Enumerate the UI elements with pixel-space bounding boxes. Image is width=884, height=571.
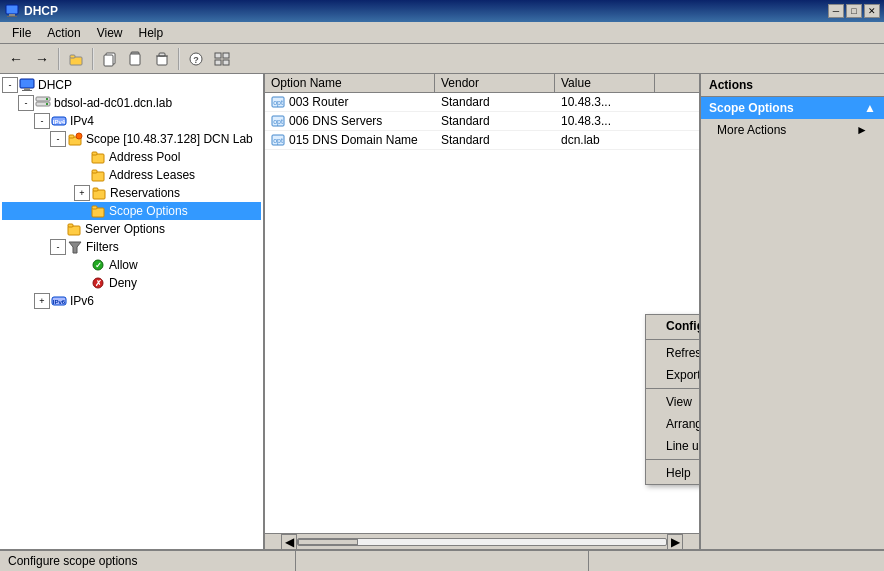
- actions-collapse-icon[interactable]: ▲: [864, 101, 876, 115]
- tree-item-server-options[interactable]: Server Options: [2, 220, 261, 238]
- row2-name: opt 006 DNS Servers: [265, 112, 435, 130]
- tree-toggle-filters[interactable]: -: [50, 239, 66, 255]
- status-text-section: Configure scope options: [4, 551, 296, 571]
- title-controls[interactable]: ─ □ ✕: [828, 4, 880, 18]
- toolbar: ← → ?: [0, 44, 884, 74]
- tree-label-dhcp: DHCP: [38, 78, 72, 92]
- list-row[interactable]: opt 003 Router Standard 10.48.3...: [265, 93, 699, 112]
- h-scrollbar[interactable]: ◀ ▶: [265, 533, 699, 549]
- svg-rect-18: [20, 79, 34, 88]
- tree-toggle-ipv6[interactable]: +: [34, 293, 50, 309]
- tree-toggle-server[interactable]: -: [18, 95, 34, 111]
- tree-toggle-reservations[interactable]: +: [74, 185, 90, 201]
- minimize-button[interactable]: ─: [828, 4, 844, 18]
- svg-rect-9: [157, 56, 167, 65]
- ctx-configure-options[interactable]: Configure Options...: [646, 315, 699, 337]
- help-button[interactable]: ?: [184, 47, 208, 71]
- tree-item-filters[interactable]: - Filters: [2, 238, 261, 256]
- scope-options-icon: [90, 203, 106, 219]
- ctx-separator-3: [646, 459, 699, 460]
- tree-label-address-leases: Address Leases: [109, 168, 195, 182]
- svg-rect-15: [223, 53, 229, 58]
- tree-panel[interactable]: - DHCP - bdsol-ad-: [0, 74, 265, 549]
- address-pool-icon: [90, 149, 106, 165]
- close-button[interactable]: ✕: [864, 4, 880, 18]
- ctx-arrange-icons[interactable]: Arrange Icons ►: [646, 413, 699, 435]
- menu-file[interactable]: File: [4, 24, 39, 42]
- svg-point-29: [76, 133, 82, 139]
- delete-button[interactable]: [150, 47, 174, 71]
- menu-bar: File Action View Help: [0, 22, 884, 44]
- tree-item-deny[interactable]: ✗ Deny: [2, 274, 261, 292]
- tree-toggle-scope[interactable]: -: [50, 131, 66, 147]
- row2-vendor: Standard: [435, 112, 555, 130]
- menu-help[interactable]: Help: [131, 24, 172, 42]
- ctx-view[interactable]: View ►: [646, 391, 699, 413]
- more-actions-label: More Actions: [717, 123, 786, 137]
- copy-button[interactable]: [98, 47, 122, 71]
- actions-more-actions[interactable]: More Actions ►: [701, 119, 884, 141]
- ipv6-icon: IPv6: [51, 293, 67, 309]
- scroll-right-btn[interactable]: ▶: [667, 534, 683, 550]
- list-panel[interactable]: Option Name Vendor Value opt 003 Router …: [265, 74, 699, 549]
- filters-icon: [67, 239, 83, 255]
- ctx-lineup-icons[interactable]: Line up Icons: [646, 435, 699, 457]
- paste-button[interactable]: [124, 47, 148, 71]
- list-header: Option Name Vendor Value: [265, 74, 699, 93]
- svg-rect-19: [24, 88, 30, 90]
- tree-label-address-pool: Address Pool: [109, 150, 180, 164]
- menu-action[interactable]: Action: [39, 24, 88, 42]
- list-row[interactable]: opt 015 DNS Domain Name Standard dcn.lab: [265, 131, 699, 150]
- tree-item-scope-options[interactable]: Scope Options: [2, 202, 261, 220]
- menu-view[interactable]: View: [89, 24, 131, 42]
- up-button[interactable]: [64, 47, 88, 71]
- address-leases-icon: [90, 167, 106, 183]
- svg-rect-37: [92, 206, 97, 209]
- svg-text:IPv4: IPv4: [53, 119, 66, 125]
- view-button[interactable]: [210, 47, 234, 71]
- tree-item-allow[interactable]: ✓ Allow: [2, 256, 261, 274]
- ctx-help[interactable]: Help: [646, 462, 699, 484]
- context-menu: Configure Options... Refresh Export List…: [645, 314, 699, 485]
- tree-toggle-ipv4[interactable]: -: [34, 113, 50, 129]
- ctx-export-list[interactable]: Export List...: [646, 364, 699, 386]
- col-header-value[interactable]: Value: [555, 74, 655, 92]
- svg-point-23: [46, 98, 48, 100]
- tree-label-ipv6: IPv6: [70, 294, 94, 308]
- row3-name: opt 015 DNS Domain Name: [265, 131, 435, 149]
- tree-label-ipv4: IPv4: [70, 114, 94, 128]
- title-bar-left: DHCP: [4, 3, 58, 19]
- ipv4-icon: IPv4: [51, 113, 67, 129]
- tree-toggle-dhcp[interactable]: -: [2, 77, 18, 93]
- tree-item-dhcp[interactable]: - DHCP: [2, 76, 261, 94]
- row2-value: 10.48.3...: [555, 112, 655, 130]
- reservations-icon: [91, 185, 107, 201]
- col-header-name[interactable]: Option Name: [265, 74, 435, 92]
- tree-item-ipv6[interactable]: + IPv6 IPv6: [2, 292, 261, 310]
- svg-text:opt: opt: [273, 118, 283, 126]
- ctx-refresh[interactable]: Refresh: [646, 342, 699, 364]
- row3-vendor: Standard: [435, 131, 555, 149]
- app-icon: [4, 3, 20, 19]
- tree-item-address-pool[interactable]: Address Pool: [2, 148, 261, 166]
- svg-rect-2: [7, 16, 17, 17]
- svg-rect-17: [223, 60, 229, 65]
- status-section-3: [589, 551, 880, 571]
- maximize-button[interactable]: □: [846, 4, 862, 18]
- tree-item-reservations[interactable]: + Reservations: [2, 184, 261, 202]
- svg-rect-8: [130, 54, 140, 65]
- tree-label-filters: Filters: [86, 240, 119, 254]
- toolbar-separator-3: [178, 48, 180, 70]
- scroll-left-btn[interactable]: ◀: [281, 534, 297, 550]
- forward-button[interactable]: →: [30, 47, 54, 71]
- server-icon: [35, 95, 51, 111]
- row1-name: opt 003 Router: [265, 93, 435, 111]
- back-button[interactable]: ←: [4, 47, 28, 71]
- tree-item-scope[interactable]: - Scope [10.48.37.128] DCN Lab: [2, 130, 261, 148]
- list-row[interactable]: opt 006 DNS Servers Standard 10.48.3...: [265, 112, 699, 131]
- tree-label-scope: Scope [10.48.37.128] DCN Lab: [86, 132, 253, 146]
- col-header-vendor[interactable]: Vendor: [435, 74, 555, 92]
- tree-item-server[interactable]: - bdsol-ad-dc01.dcn.lab: [2, 94, 261, 112]
- tree-item-ipv4[interactable]: - IPv4 IPv4: [2, 112, 261, 130]
- tree-item-address-leases[interactable]: Address Leases: [2, 166, 261, 184]
